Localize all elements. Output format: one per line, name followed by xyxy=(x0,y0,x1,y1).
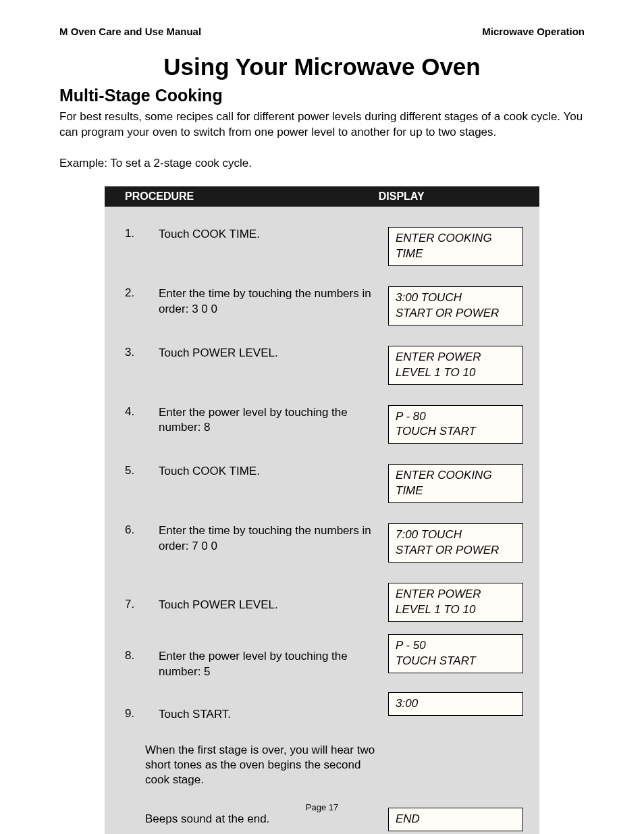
header-display: DISPLAY xyxy=(379,190,539,203)
section-subtitle: Multi-Stage Cooking xyxy=(0,80,644,105)
step-row: 4. Enter the power level by touching the… xyxy=(118,405,526,444)
display-box: ENTER COOKING TIME xyxy=(388,464,523,503)
display-box: 3:00 TOUCH START OR POWER xyxy=(388,286,523,325)
header-right: Microwave Operation xyxy=(482,26,585,37)
step-text: Touch POWER LEVEL. xyxy=(159,583,388,613)
step-row: 2. Enter the time by touching the number… xyxy=(118,286,526,325)
step-row: 1. Touch COOK TIME. ENTER COOKING TIME xyxy=(118,227,526,266)
display-box: ENTER COOKING TIME xyxy=(388,227,523,266)
step-text: Touch COOK TIME. xyxy=(159,464,388,479)
step-text: Enter the power level by touching the nu… xyxy=(159,405,388,436)
step-row: 5. Touch COOK TIME. ENTER COOKING TIME xyxy=(118,464,526,503)
step-number: 9. xyxy=(118,692,159,721)
table-body: 1. Touch COOK TIME. ENTER COOKING TIME 2… xyxy=(105,207,539,834)
example-text: Example: To set a 2-stage cook cycle. xyxy=(0,140,644,170)
page-footer: Page 17 xyxy=(0,802,644,812)
step-text: Enter the time by touching the numbers i… xyxy=(159,523,388,554)
step-number: 7. xyxy=(118,583,159,611)
display-box: ENTER POWER LEVEL 1 TO 10 xyxy=(388,583,523,622)
step-number: 6. xyxy=(118,523,159,537)
step-text: Touch COOK TIME. xyxy=(159,227,388,242)
step-number: 5. xyxy=(118,464,159,477)
table-header: PROCEDURE DISPLAY xyxy=(105,186,539,207)
header-procedure: PROCEDURE xyxy=(105,190,379,203)
note-row: When the first stage is over, you will h… xyxy=(118,743,526,787)
step-row: 6. Enter the time by touching the number… xyxy=(118,523,526,563)
step-text: Enter the time by touching the numbers i… xyxy=(159,286,388,317)
step-text: Touch START. xyxy=(159,692,388,723)
display-box: 3:00 xyxy=(388,692,523,716)
step-row: 9. Touch START. 3:00 xyxy=(118,692,526,723)
step-row: 7. Touch POWER LEVEL. ENTER POWER LEVEL … xyxy=(118,583,526,622)
step-row: 8. Enter the power level by touching the… xyxy=(118,634,526,680)
procedure-table: PROCEDURE DISPLAY 1. Touch COOK TIME. EN… xyxy=(105,186,539,834)
step-text: Enter the power level by touching the nu… xyxy=(159,634,388,680)
step-number: 4. xyxy=(118,405,159,419)
step-number: 2. xyxy=(118,286,159,300)
step-number: 3. xyxy=(118,346,159,359)
page-title: Using Your Microwave Oven xyxy=(0,53,644,80)
step-number: 1. xyxy=(118,227,159,240)
step-number: 8. xyxy=(118,634,159,662)
page-header: M Oven Care and Use Manual Microwave Ope… xyxy=(0,0,644,37)
display-box: ENTER POWER LEVEL 1 TO 10 xyxy=(388,346,523,385)
step-row: 3. Touch POWER LEVEL. ENTER POWER LEVEL … xyxy=(118,346,526,385)
display-box: P - 80 TOUCH START xyxy=(388,405,523,444)
step-text: Touch POWER LEVEL. xyxy=(159,346,388,361)
header-left: M Oven Care and Use Manual xyxy=(59,26,201,37)
display-box: P - 50 TOUCH START xyxy=(388,634,523,673)
note-text: When the first stage is over, you will h… xyxy=(118,743,388,787)
display-box: 7:00 TOUCH START OR POWER xyxy=(388,523,523,563)
intro-paragraph: For best results, some recipes call for … xyxy=(0,105,644,140)
